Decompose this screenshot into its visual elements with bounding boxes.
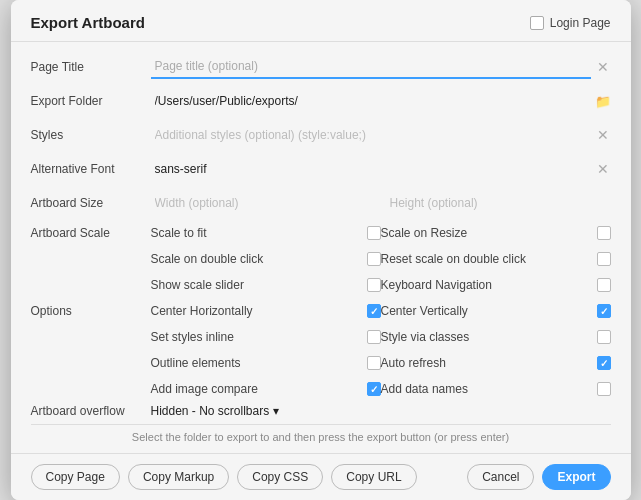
export-folder-row: Export Folder 📁 xyxy=(31,86,611,116)
center-vertically-checkbox[interactable] xyxy=(597,304,611,318)
page-title-label: Page Title xyxy=(31,60,151,74)
option-set-styles-inline: Set styles inline xyxy=(151,326,381,348)
styles-clear-icon[interactable]: ✕ xyxy=(595,127,611,143)
style-via-classes-checkbox[interactable] xyxy=(597,330,611,344)
artboard-overflow-select[interactable]: Hidden - No scrollbars ▾ xyxy=(151,404,280,418)
dialog-body: Page Title ✕ Export Folder 📁 Styles ✕ Al xyxy=(11,42,631,453)
artboard-scale-label: Artboard Scale xyxy=(31,222,151,296)
alt-font-row: Alternative Font ✕ xyxy=(31,154,611,184)
outline-elements-checkbox[interactable] xyxy=(367,356,381,370)
add-image-compare-checkbox[interactable] xyxy=(367,382,381,396)
export-button[interactable]: Export xyxy=(542,464,610,490)
page-title-input[interactable] xyxy=(151,55,591,79)
styles-label: Styles xyxy=(31,128,151,142)
option-reset-scale: Reset scale on double click xyxy=(381,248,611,270)
center-horizontally-checkbox[interactable] xyxy=(367,304,381,318)
reset-scale-label: Reset scale on double click xyxy=(381,252,589,266)
option-add-data-names: Add data names xyxy=(381,378,611,400)
width-input-wrap xyxy=(151,191,376,215)
scale-to-fit-checkbox[interactable] xyxy=(367,226,381,240)
add-data-names-checkbox[interactable] xyxy=(597,382,611,396)
options-section: Options Center Horizontally Center Verti… xyxy=(31,300,611,400)
login-page-checkbox[interactable] xyxy=(530,16,544,30)
alt-font-clear-icon[interactable]: ✕ xyxy=(595,161,611,177)
auto-refresh-label: Auto refresh xyxy=(381,356,589,370)
login-page-label: Login Page xyxy=(550,16,611,30)
alt-font-label: Alternative Font xyxy=(31,162,151,176)
show-scale-slider-checkbox[interactable] xyxy=(367,278,381,292)
add-data-names-label: Add data names xyxy=(381,382,589,396)
dialog-header: Export Artboard Login Page xyxy=(11,0,631,42)
set-styles-inline-checkbox[interactable] xyxy=(367,330,381,344)
page-title-input-wrap: ✕ xyxy=(151,55,611,79)
scale-to-fit-label: Scale to fit xyxy=(151,226,359,240)
artboard-scale-section: Artboard Scale Scale to fit Scale on Res… xyxy=(31,222,611,296)
outline-elements-label: Outline elements xyxy=(151,356,359,370)
export-folder-label: Export Folder xyxy=(31,94,151,108)
copy-markup-button[interactable]: Copy Markup xyxy=(128,464,229,490)
option-center-vertically: Center Vertically xyxy=(381,300,611,322)
option-outline-elements: Outline elements xyxy=(151,352,381,374)
artboard-size-label: Artboard Size xyxy=(31,196,151,210)
option-style-via-classes: Style via classes xyxy=(381,326,611,348)
artboard-overflow-value: Hidden - No scrollbars xyxy=(151,404,270,418)
hint-text: Select the folder to export to and then … xyxy=(31,424,611,447)
copy-url-button[interactable]: Copy URL xyxy=(331,464,416,490)
artboard-size-row: Artboard Size xyxy=(31,188,611,218)
styles-input[interactable] xyxy=(151,123,591,147)
height-input-wrap xyxy=(386,191,611,215)
options-label: Options xyxy=(31,300,151,400)
center-vertically-label: Center Vertically xyxy=(381,304,589,318)
scale-on-double-click-label: Scale on double click xyxy=(151,252,359,266)
dialog-title: Export Artboard xyxy=(31,14,145,31)
show-scale-slider-label: Show scale slider xyxy=(151,278,359,292)
copy-page-button[interactable]: Copy Page xyxy=(31,464,120,490)
scale-on-double-click-checkbox[interactable] xyxy=(367,252,381,266)
option-scale-to-fit: Scale to fit xyxy=(151,222,381,244)
options-grid: Center Horizontally Center Vertically Se… xyxy=(151,300,611,400)
page-title-row: Page Title ✕ xyxy=(31,52,611,82)
artboard-overflow-label: Artboard overflow xyxy=(31,404,151,418)
styles-input-wrap: ✕ xyxy=(151,123,611,147)
scale-on-resize-checkbox[interactable] xyxy=(597,226,611,240)
height-input[interactable] xyxy=(386,191,611,215)
alt-font-input-wrap: ✕ xyxy=(151,157,611,181)
option-scale-on-resize: Scale on Resize xyxy=(381,222,611,244)
alt-font-input[interactable] xyxy=(151,157,591,181)
keyboard-nav-label: Keyboard Navigation xyxy=(381,278,589,292)
set-styles-inline-label: Set styles inline xyxy=(151,330,359,344)
center-horizontally-label: Center Horizontally xyxy=(151,304,359,318)
keyboard-nav-checkbox[interactable] xyxy=(597,278,611,292)
folder-icon[interactable]: 📁 xyxy=(595,93,611,109)
chevron-down-icon: ▾ xyxy=(273,404,279,418)
styles-row: Styles ✕ xyxy=(31,120,611,150)
artboard-overflow-row: Artboard overflow Hidden - No scrollbars… xyxy=(31,404,611,418)
option-keyboard-nav: Keyboard Navigation xyxy=(381,274,611,296)
page-title-clear-icon[interactable]: ✕ xyxy=(595,59,611,75)
dialog-footer: Copy Page Copy Markup Copy CSS Copy URL … xyxy=(11,453,631,500)
artboard-size-inputs xyxy=(151,191,611,215)
cancel-button[interactable]: Cancel xyxy=(467,464,534,490)
export-folder-input[interactable] xyxy=(151,89,591,113)
export-folder-input-wrap: 📁 xyxy=(151,89,611,113)
scale-on-resize-label: Scale on Resize xyxy=(381,226,589,240)
reset-scale-checkbox[interactable] xyxy=(597,252,611,266)
add-image-compare-label: Add image compare xyxy=(151,382,359,396)
style-via-classes-label: Style via classes xyxy=(381,330,589,344)
login-page-container[interactable]: Login Page xyxy=(530,16,611,30)
artboard-scale-grid: Scale to fit Scale on Resize Scale on do… xyxy=(151,222,611,296)
option-auto-refresh: Auto refresh xyxy=(381,352,611,374)
width-input[interactable] xyxy=(151,191,376,215)
option-scale-on-double-click: Scale on double click xyxy=(151,248,381,270)
copy-css-button[interactable]: Copy CSS xyxy=(237,464,323,490)
auto-refresh-checkbox[interactable] xyxy=(597,356,611,370)
option-add-image-compare: Add image compare xyxy=(151,378,381,400)
export-artboard-dialog: Export Artboard Login Page Page Title ✕ … xyxy=(11,0,631,500)
option-center-horizontally: Center Horizontally xyxy=(151,300,381,322)
option-show-scale-slider: Show scale slider xyxy=(151,274,381,296)
